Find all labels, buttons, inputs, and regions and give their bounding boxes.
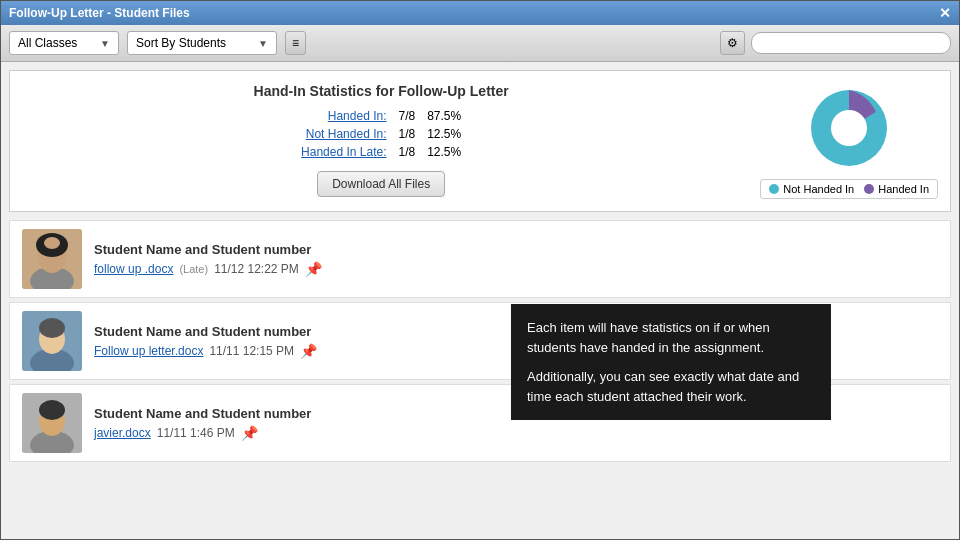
legend-handed-in: Handed In bbox=[864, 183, 929, 195]
student-row: Student Name and Student number follow u… bbox=[9, 220, 951, 298]
stats-percent: 12.5% bbox=[421, 143, 467, 161]
stats-fraction: 7/8 bbox=[392, 107, 421, 125]
tooltip-line2: Additionally, you can see exactly what d… bbox=[527, 367, 815, 406]
stats-table: Handed In: 7/8 87.5% Not Handed In: 1/8 … bbox=[295, 107, 467, 161]
chevron-down-icon: ▼ bbox=[100, 38, 110, 49]
file-time: 11/11 1:46 PM bbox=[157, 426, 235, 440]
file-link[interactable]: follow up .docx bbox=[94, 262, 173, 276]
svg-point-1 bbox=[831, 110, 867, 146]
stats-percent: 87.5% bbox=[421, 107, 467, 125]
avatar bbox=[22, 229, 82, 289]
settings-button[interactable]: ⚙ bbox=[720, 31, 745, 55]
handed-in-label: Handed In bbox=[878, 183, 929, 195]
stats-right: Not Handed In Handed In bbox=[760, 83, 938, 199]
stats-title: Hand-In Statistics for Follow-Up Letter bbox=[22, 83, 740, 99]
tooltip-line1: Each item will have statistics on if or … bbox=[527, 318, 815, 357]
toolbar: All Classes ▼ Sort By Students ▼ ≡ ⚙ bbox=[1, 25, 959, 62]
pin-icon: 📌 bbox=[241, 425, 258, 441]
stats-row: Handed In: 7/8 87.5% bbox=[295, 107, 467, 125]
sort-dropdown[interactable]: Sort By Students ▼ bbox=[127, 31, 277, 55]
pin-icon: 📌 bbox=[300, 343, 317, 359]
stats-label[interactable]: Handed In: bbox=[295, 107, 392, 125]
file-time: 11/12 12:22 PM bbox=[214, 262, 299, 276]
stats-percent: 12.5% bbox=[421, 125, 467, 143]
stats-row: Handed In Late: 1/8 12.5% bbox=[295, 143, 467, 161]
list-view-button[interactable]: ≡ bbox=[285, 31, 306, 55]
file-time: 11/11 12:15 PM bbox=[209, 344, 294, 358]
search-input[interactable] bbox=[762, 36, 940, 50]
svg-point-10 bbox=[39, 318, 65, 338]
student-file-row: javier.docx 11/11 1:46 PM 📌 bbox=[94, 425, 938, 441]
stats-fraction: 1/8 bbox=[392, 143, 421, 161]
handed-in-dot bbox=[864, 184, 874, 194]
tooltip-overlay: Each item will have statistics on if or … bbox=[511, 304, 831, 420]
avatar bbox=[22, 311, 82, 371]
file-link[interactable]: Follow up letter.docx bbox=[94, 344, 203, 358]
stats-row: Not Handed In: 1/8 12.5% bbox=[295, 125, 467, 143]
legend: Not Handed In Handed In bbox=[760, 179, 938, 199]
chevron-down-icon: ▼ bbox=[258, 38, 268, 49]
main-window: Follow-Up Letter - Student Files ✕ All C… bbox=[0, 0, 960, 540]
stats-label[interactable]: Handed In Late: bbox=[295, 143, 392, 161]
download-all-button[interactable]: Download All Files bbox=[317, 171, 445, 197]
not-handed-in-label: Not Handed In bbox=[783, 183, 854, 195]
not-handed-in-dot bbox=[769, 184, 779, 194]
content-area: Hand-In Statistics for Follow-Up Letter … bbox=[1, 62, 959, 539]
sort-dropdown-label: Sort By Students bbox=[136, 36, 226, 50]
title-bar: Follow-Up Letter - Student Files ✕ bbox=[1, 1, 959, 25]
stats-fraction: 1/8 bbox=[392, 125, 421, 143]
stats-panel: Hand-In Statistics for Follow-Up Letter … bbox=[9, 70, 951, 212]
gear-icon: ⚙ bbox=[727, 36, 738, 50]
close-button[interactable]: ✕ bbox=[939, 5, 951, 21]
pin-icon: 📌 bbox=[305, 261, 322, 277]
avatar bbox=[22, 393, 82, 453]
pie-chart bbox=[804, 83, 894, 173]
stats-left: Hand-In Statistics for Follow-Up Letter … bbox=[22, 83, 740, 197]
stats-label[interactable]: Not Handed In: bbox=[295, 125, 392, 143]
svg-point-6 bbox=[44, 237, 60, 249]
late-badge: (Late) bbox=[179, 263, 208, 275]
svg-point-14 bbox=[39, 400, 65, 420]
search-box[interactable] bbox=[751, 32, 951, 54]
window-title: Follow-Up Letter - Student Files bbox=[9, 6, 190, 20]
file-link[interactable]: javier.docx bbox=[94, 426, 151, 440]
toolbar-right: ⚙ bbox=[720, 31, 951, 55]
student-info: Student Name and Student number follow u… bbox=[94, 242, 938, 277]
legend-not-handed-in: Not Handed In bbox=[769, 183, 854, 195]
class-dropdown-label: All Classes bbox=[18, 36, 77, 50]
class-dropdown[interactable]: All Classes ▼ bbox=[9, 31, 119, 55]
student-name: Student Name and Student number bbox=[94, 242, 938, 257]
student-file-row: follow up .docx (Late) 11/12 12:22 PM 📌 bbox=[94, 261, 938, 277]
